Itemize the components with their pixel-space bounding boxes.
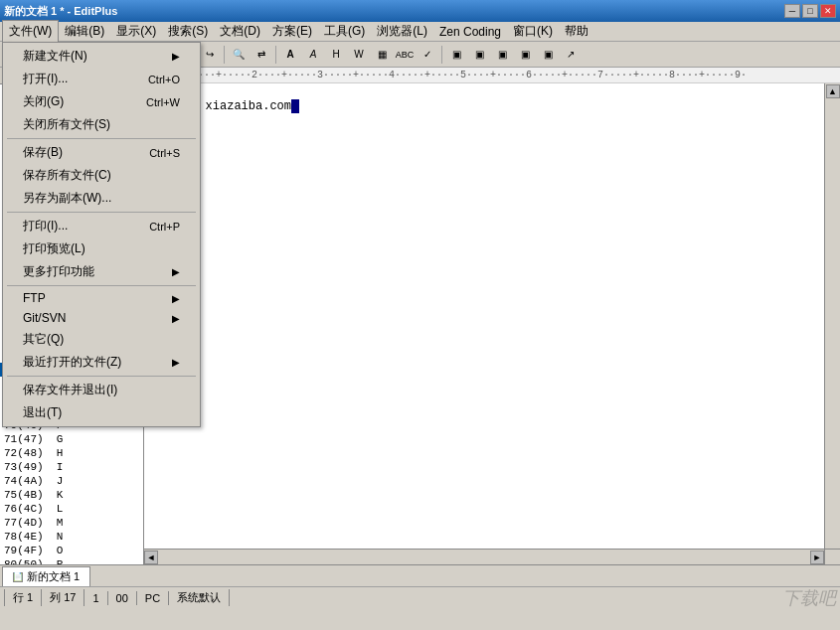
list-item[interactable]: 76(4C) L	[0, 502, 143, 516]
toolbar-find[interactable]: 🔍	[228, 45, 250, 65]
menu-item-new-label: 新建文件(N)	[23, 48, 87, 65]
menu-zen[interactable]: Zen Coding	[433, 23, 507, 41]
menu-help[interactable]: 帮助	[559, 21, 594, 42]
status-row: 行 1	[4, 589, 42, 606]
menu-item-open-shortcut: Ctrl+O	[148, 74, 180, 85]
menu-item-print[interactable]: 打印(I)... Ctrl+P	[3, 215, 200, 237]
editor-area[interactable]: ·····1·····+·····2····+·····3·····+·····…	[144, 68, 840, 564]
toolbar-italic[interactable]: A	[302, 45, 324, 65]
toolbar-w[interactable]: W	[348, 45, 370, 65]
editor-content[interactable]: xiazaiba.com	[144, 83, 840, 129]
menu-item-savecopy[interactable]: 另存为副本(W)...	[3, 187, 200, 210]
menu-item-other[interactable]: 其它(Q)	[3, 328, 200, 351]
file-dropdown-menu: 新建文件(N) ▶ 打开(I)... Ctrl+O 关闭(G) Ctrl+W 关…	[2, 42, 201, 427]
menu-window[interactable]: 窗口(K)	[507, 21, 559, 42]
toolbar-h[interactable]: H	[325, 45, 347, 65]
status-lang: 系统默认	[169, 589, 230, 606]
toolbar-sep5	[441, 46, 442, 64]
menu-sep1	[7, 138, 196, 139]
menu-item-open-label: 打开(I)...	[23, 71, 68, 87]
menu-item-saveall[interactable]: 保存所有文件(C)	[3, 164, 200, 187]
menu-item-printpreview-label: 打印预览(L)	[23, 240, 85, 257]
list-item[interactable]: 73(49) I	[0, 460, 143, 474]
menu-item-close-label: 关闭(G)	[23, 93, 64, 110]
menu-item-new[interactable]: 新建文件(N) ▶	[3, 45, 200, 68]
toolbar-b6[interactable]: ↗	[560, 45, 582, 65]
title-bar: 新的文档 1 * - EditPlus ─ □ ✕	[0, 0, 840, 22]
menu-sep3	[7, 285, 196, 286]
scrollbar-vertical[interactable]: ▲ ▼	[824, 83, 840, 564]
menu-item-print-shortcut: Ctrl+P	[149, 221, 180, 233]
toolbar-b4[interactable]: ▣	[514, 45, 536, 65]
list-item[interactable]: 77(4D) M	[0, 516, 143, 530]
close-button[interactable]: ✕	[820, 4, 836, 18]
menu-item-recent[interactable]: 最近打开的文件(Z) ▶	[3, 351, 200, 374]
toolbar-redo[interactable]: ↪	[199, 45, 221, 65]
toolbar-b5[interactable]: ▣	[537, 45, 559, 65]
toolbar-abc[interactable]: ABC	[394, 45, 416, 65]
list-item[interactable]: 75(4B) K	[0, 488, 143, 502]
menu-file[interactable]: 文件(W)	[2, 20, 59, 43]
menu-item-saveclose-label: 保存文件并退出(I)	[23, 382, 117, 398]
maximize-button[interactable]: □	[802, 4, 818, 18]
tab-active[interactable]: 📄 新的文档 1	[2, 566, 90, 586]
toolbar-replace[interactable]: ⇄	[251, 45, 272, 65]
menu-item-gitsvn[interactable]: Git/SVN ▶	[3, 308, 200, 328]
toolbar-bold[interactable]: A	[279, 45, 301, 65]
menu-item-recent-arrow: ▶	[172, 357, 180, 368]
menu-sep2	[7, 212, 196, 213]
status-bar: 行 1 列 17 1 00 PC 系统默认 下载吧	[0, 586, 840, 608]
menu-item-exit-label: 退出(T)	[23, 404, 62, 421]
menu-item-closeall[interactable]: 关闭所有文件(S)	[3, 113, 200, 136]
list-item[interactable]: 79(4F) O	[0, 544, 143, 557]
menu-document[interactable]: 文档(D)	[214, 21, 266, 42]
toolbar-check[interactable]: ✓	[417, 45, 438, 65]
menu-item-save-label: 保存(B)	[23, 144, 63, 161]
menu-item-moreprint-label: 更多打印功能	[23, 263, 94, 280]
menu-item-save[interactable]: 保存(B) Ctrl+S	[3, 141, 200, 164]
menu-item-recent-label: 最近打开的文件(Z)	[23, 354, 121, 371]
list-item[interactable]: 78(4E) N	[0, 530, 143, 544]
minimize-button[interactable]: ─	[784, 4, 800, 18]
menu-edit[interactable]: 编辑(B)	[59, 21, 110, 42]
menu-item-closeall-label: 关闭所有文件(S)	[23, 116, 110, 133]
menu-item-print-label: 打印(I)...	[23, 218, 68, 235]
tab-bar: 📄 新的文档 1	[0, 564, 840, 586]
menu-item-exit[interactable]: 退出(T)	[3, 401, 200, 424]
list-item[interactable]: 71(47) G	[0, 432, 143, 446]
status-encoding: 00	[108, 591, 137, 605]
ruler: ·····1·····+·····2····+·····3·····+·····…	[144, 68, 840, 83]
window-title: 新的文档 1 * - EditPlus	[4, 4, 117, 19]
toolbar-b1[interactable]: ▣	[445, 45, 467, 65]
tab-icon: 📄	[13, 572, 23, 582]
menu-item-moreprint[interactable]: 更多打印功能 ▶	[3, 260, 200, 283]
scrollbar-left-btn[interactable]: ◄	[144, 551, 158, 564]
menu-tools[interactable]: 工具(G)	[318, 21, 371, 42]
menu-item-savecopy-label: 另存为副本(W)...	[23, 190, 111, 207]
menu-search[interactable]: 搜索(S)	[162, 21, 214, 42]
file-menu-dropdown: 新建文件(N) ▶ 打开(I)... Ctrl+O 关闭(G) Ctrl+W 关…	[2, 42, 201, 427]
scrollbar-up-btn[interactable]: ▲	[826, 84, 840, 98]
menu-item-gitsvn-label: Git/SVN	[23, 311, 66, 325]
menu-item-saveclose[interactable]: 保存文件并退出(I)	[3, 379, 200, 401]
menu-item-open[interactable]: 打开(I)... Ctrl+O	[3, 68, 200, 90]
scrollbar-right-btn[interactable]: ►	[810, 551, 824, 564]
menu-item-printpreview[interactable]: 打印预览(L)	[3, 237, 200, 260]
status-mode: PC	[137, 591, 169, 605]
menu-project[interactable]: 方案(E)	[266, 21, 318, 42]
toolbar-table[interactable]: ▦	[371, 45, 393, 65]
menu-item-close[interactable]: 关闭(G) Ctrl+W	[3, 90, 200, 113]
scrollbar-corner	[824, 549, 840, 564]
menu-item-ftp-label: FTP	[23, 291, 46, 305]
title-controls: ─ □ ✕	[784, 4, 836, 18]
toolbar-b3[interactable]: ▣	[491, 45, 513, 65]
toolbar-b2[interactable]: ▣	[468, 45, 490, 65]
list-item[interactable]: 74(4A) J	[0, 474, 143, 488]
menu-view[interactable]: 显示(X)	[110, 21, 162, 42]
menu-item-ftp[interactable]: FTP ▶	[3, 288, 200, 308]
list-item[interactable]: 72(48) H	[0, 446, 143, 460]
editor-text: xiazaiba.com	[206, 99, 291, 113]
scrollbar-horizontal[interactable]: ◄ ►	[144, 549, 824, 564]
list-item[interactable]: 80(50) P	[0, 557, 143, 564]
menu-browser[interactable]: 浏览器(L)	[371, 21, 433, 42]
